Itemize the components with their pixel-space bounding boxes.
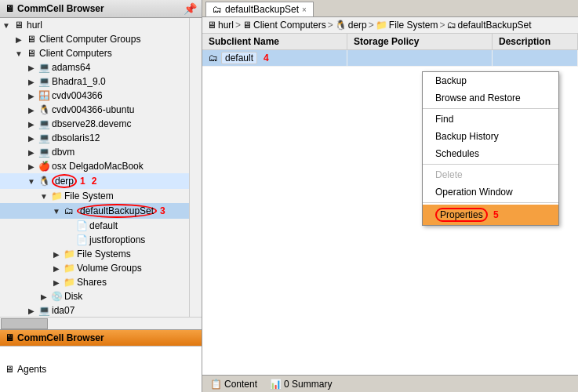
- left-panel-header: 🖥 CommCell Browser 📌: [0, 0, 202, 18]
- tree-vscrollbar[interactable]: [189, 18, 202, 317]
- tree-node-default-subclient[interactable]: ▶ 📄 default: [0, 219, 189, 233]
- cvdv004366-label: cvdv004366: [52, 90, 103, 101]
- main-tab[interactable]: 🗂 defaultBackupSet ×: [205, 2, 314, 16]
- expand-file-systems[interactable]: ▶: [50, 250, 63, 259]
- tree-node-filesystem[interactable]: ▼ 📁 File System: [0, 189, 189, 203]
- table-header: Subclient Name Storage Policy Descriptio…: [202, 34, 578, 50]
- tree-node-dbsolaris12[interactable]: ▶ 💻 dbsolaris12: [0, 131, 189, 145]
- expand-derp[interactable]: ▼: [25, 177, 38, 186]
- tab-bar: 🗂 defaultBackupSet ×: [202, 0, 578, 17]
- menu-item-operation-window[interactable]: Operation Window: [423, 183, 558, 201]
- file-systems-label: File Systems: [77, 249, 131, 260]
- menu-item-delete: Delete: [423, 166, 558, 183]
- adams64-icon: 💻: [38, 61, 50, 74]
- tree-node-dbvm[interactable]: ▶ 💻 dbvm: [0, 145, 189, 159]
- tab-content[interactable]: 📋 Content: [205, 378, 262, 390]
- expand-defaultbackupset[interactable]: ▼: [50, 207, 63, 216]
- subclient-name-value: default: [221, 52, 257, 64]
- bhadra-label: Bhadra1_9.0: [52, 76, 106, 87]
- expand-filesystem[interactable]: ▼: [38, 192, 50, 201]
- default-subclient-label: default: [89, 220, 118, 231]
- volume-groups-icon: 📁: [63, 262, 75, 274]
- breadcrumb-derp[interactable]: 🐧 derp: [335, 20, 367, 31]
- tab-close-button[interactable]: ×: [302, 5, 307, 14]
- breadcrumb-cc[interactable]: 🖥 Client Computers: [242, 20, 326, 31]
- dbvm-label: dbvm: [52, 147, 75, 158]
- menu-separator-2: [423, 164, 558, 165]
- cvdv-ubuntu-icon: 🐧: [38, 103, 50, 116]
- hurl-icon: 🖥: [13, 19, 25, 31]
- expand-adams64[interactable]: ▶: [25, 64, 38, 72]
- left-header-title: 🖥 CommCell Browser: [5, 3, 104, 14]
- adams64-label: adams64: [52, 62, 90, 73]
- tree-node-cvdv004366[interactable]: ▶ 🪟 cvdv004366: [0, 89, 189, 103]
- tree-node-dbserve28[interactable]: ▶ 💻 dbserve28.devemc: [0, 117, 189, 131]
- expand-dbsolaris12[interactable]: ▶: [25, 134, 38, 143]
- expand-dbvm[interactable]: ▶: [25, 148, 38, 157]
- tree-node-justforoptions[interactable]: ▶ 📄 justforoptions: [0, 233, 189, 247]
- menu-item-backup-history[interactable]: Backup History: [423, 128, 558, 145]
- expand-cvdv-ubuntu[interactable]: ▶: [25, 106, 38, 114]
- tree-hscrollbar[interactable]: [0, 317, 202, 329]
- tree-node-hurl[interactable]: ▼ 🖥 hurl: [0, 18, 189, 32]
- menu-item-browse-restore[interactable]: Browse and Restore: [423, 89, 558, 107]
- tree-node-disk[interactable]: ▶ 💿 Disk: [0, 289, 189, 303]
- expand-cvdv004366[interactable]: ▶: [25, 92, 38, 100]
- cell-storage-policy: [347, 50, 493, 66]
- menu-item-properties[interactable]: Properties 5: [423, 205, 558, 225]
- breadcrumb-dbs[interactable]: 🗂 defaultBackupSet: [447, 20, 532, 31]
- breadcrumb: 🖥 hurl > 🖥 Client Computers > 🐧 derp > 📁…: [202, 17, 578, 34]
- bottom-tabs: 📋 Content 📊 0 Summary: [202, 375, 578, 392]
- table-row[interactable]: 🗂 default 4: [202, 50, 578, 67]
- tree-node-file-systems[interactable]: ▶ 📁 File Systems: [0, 247, 189, 261]
- tab-summary[interactable]: 📊 0 Summary: [265, 378, 336, 390]
- tree-node-ccg[interactable]: ▶ 🖥 Client Computer Groups: [0, 32, 189, 46]
- tree-node-defaultbackupset[interactable]: ▼ 🗂 defaultBackupSet 3: [0, 203, 189, 219]
- file-systems-icon: 📁: [63, 248, 75, 260]
- tab-label: defaultBackupSet: [225, 4, 299, 15]
- col-description: Description: [493, 34, 578, 49]
- tree-node-adams64[interactable]: ▶ 💻 adams64: [0, 60, 189, 74]
- expand-ida07[interactable]: ▶: [25, 307, 38, 315]
- ccg-icon: 🖥: [25, 33, 38, 45]
- expand-disk[interactable]: ▶: [38, 292, 50, 301]
- expand-hurl[interactable]: ▼: [0, 21, 13, 30]
- tree-node-cc[interactable]: ▼ 🖥 Client Computers: [0, 46, 189, 60]
- tree-node-ida07[interactable]: ▶ 💻 ida07: [0, 303, 189, 317]
- expand-volume-groups[interactable]: ▶: [50, 264, 63, 273]
- col-subclient-name: Subclient Name: [202, 34, 347, 49]
- cc-icon: 🖥: [25, 47, 38, 60]
- expand-bhadra[interactable]: ▶: [25, 78, 38, 86]
- expand-ccg[interactable]: ▶: [13, 35, 25, 44]
- expand-cc[interactable]: ▼: [13, 49, 25, 58]
- expand-dbserve28[interactable]: ▶: [25, 120, 38, 129]
- dbsolaris12-label: dbsolaris12: [52, 132, 100, 143]
- breadcrumb-fs[interactable]: 📁 File System: [376, 20, 438, 31]
- tree-node-shares[interactable]: ▶ 📁 Shares: [0, 275, 189, 289]
- tree-node-volume-groups[interactable]: ▶ 📁 Volume Groups: [0, 261, 189, 275]
- disk-icon: 💿: [50, 290, 63, 303]
- browser-icon: 🖥: [5, 3, 14, 14]
- tree-inner: ▼ 🖥 hurl ▶ 🖥 Client Computer Groups ▼ 🖥 …: [0, 18, 189, 317]
- tree-node-osx[interactable]: ▶ 🍎 osx DelgadoMacBook: [0, 159, 189, 173]
- breadcrumb-fs-icon: 📁: [376, 20, 387, 31]
- breadcrumb-hurl[interactable]: 🖥 hurl: [207, 20, 234, 31]
- expand-osx[interactable]: ▶: [25, 162, 38, 171]
- disk-label: Disk: [64, 291, 82, 302]
- summary-tab-label: 0 Summary: [284, 379, 332, 390]
- menu-item-find[interactable]: Find: [423, 111, 558, 128]
- menu-item-backup[interactable]: Backup: [423, 72, 558, 89]
- pin-icon[interactable]: 📌: [184, 2, 197, 15]
- tree-node-cvdv-ubuntu[interactable]: ▶ 🐧 cvdv004366-ubuntu: [0, 103, 189, 117]
- tree-node-derp[interactable]: ▼ 🐧 derp 1 2: [0, 173, 189, 189]
- badge-3: 3: [160, 205, 165, 216]
- menu-item-schedules[interactable]: Schedules: [423, 145, 558, 162]
- breadcrumb-cc-icon: 🖥: [242, 20, 252, 31]
- badge-5: 5: [493, 209, 499, 220]
- bottom-header-title: CommCell Browser: [17, 332, 104, 343]
- ccg-label: Client Computer Groups: [39, 34, 140, 45]
- hscroll-thumb[interactable]: [1, 318, 48, 329]
- tree-node-bhadra[interactable]: ▶ 💻 Bhadra1_9.0: [0, 74, 189, 89]
- breadcrumb-derp-label: derp: [348, 20, 367, 31]
- expand-shares[interactable]: ▶: [50, 278, 63, 287]
